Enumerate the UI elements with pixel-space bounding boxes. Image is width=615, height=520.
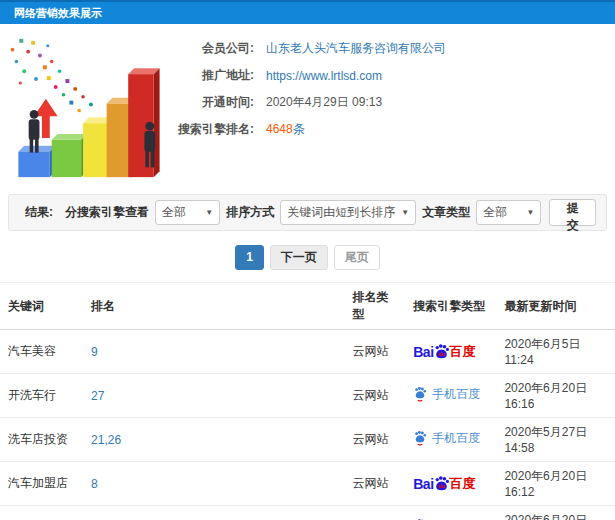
rank-type-cell: 云网站 — [344, 462, 405, 506]
result-label: 结果: — [25, 204, 53, 221]
engine-cell: Bai du 百度 — [405, 462, 496, 506]
filter-bar: 结果: 分搜索引擎查看 全部 ▼ 排序方式 关键词由短到长排序 ▼ 文章类型 全… — [8, 194, 607, 231]
last-page-button[interactable]: 尾页 — [334, 245, 380, 270]
rank-cell[interactable]: 21,26 — [83, 418, 344, 462]
rank-cell[interactable]: 27 — [83, 374, 344, 418]
svg-text:du: du — [438, 351, 445, 357]
growth-chart-illustration — [4, 32, 172, 184]
rank-count-unit: 条 — [293, 122, 305, 136]
engine-cell: 手机百度 — [405, 506, 496, 520]
pagination: 1 下一页 尾页 — [0, 245, 615, 270]
engine-cell: 手机百度 — [405, 418, 496, 462]
table-row: 汽车美容 9 云网站 Bai du 百度 2020年6月5日 11:24 — [0, 330, 615, 374]
info-section: 会员公司: 山东老人头汽车服务咨询有限公司 推广地址: https://www.… — [0, 24, 615, 190]
rank-type-cell: 云网站 — [344, 330, 405, 374]
article-type-select[interactable]: 全部 ▼ — [476, 200, 541, 225]
header-update-time: 最新更新时间 — [496, 283, 615, 330]
info-list: 会员公司: 山东老人头汽车服务咨询有限公司 推广地址: https://www.… — [172, 32, 615, 186]
rank-count-label: 搜索引擎排名: — [172, 121, 254, 138]
header-rank: 排名 — [83, 283, 344, 330]
update-time-cell: 2020年6月20日 16:11 — [496, 506, 615, 520]
rank-type-cell: 云网站 — [344, 374, 405, 418]
update-time-cell: 2020年6月20日 16:12 — [496, 462, 615, 506]
article-type-label: 文章类型 — [422, 204, 470, 221]
results-table: 关键词 排名 排名类型 搜索引擎类型 最新更新时间 汽车美容 9 云网站 Bai… — [0, 282, 615, 520]
sort-filter-label: 排序方式 — [226, 204, 274, 221]
keyword-cell: 汽车美容 — [0, 330, 83, 374]
rank-type-cell: 云网站 — [344, 506, 405, 520]
submit-button[interactable]: 提交 — [549, 199, 596, 226]
baidu-logo: Bai du 百度 — [413, 343, 475, 361]
baidu-logo: Bai du 百度 — [413, 475, 475, 493]
confetti-dots — [11, 39, 93, 112]
engine-cell: Bai du 百度 — [405, 330, 496, 374]
sort-select[interactable]: 关键词由短到长排序 ▼ — [280, 200, 416, 225]
mobile-baidu-logo: 手机百度 — [413, 430, 480, 447]
open-time-value: 2020年4月29日 09:13 — [266, 94, 382, 111]
update-time-cell: 2020年6月5日 11:24 — [496, 330, 615, 374]
next-page-button[interactable]: 下一页 — [270, 245, 328, 270]
open-time-label: 开通时间: — [172, 94, 254, 111]
mobile-baidu-paw-icon — [413, 430, 427, 446]
engine-select[interactable]: 全部 ▼ — [155, 200, 220, 225]
keyword-cell: 加盟洗车店 — [0, 506, 83, 520]
table-row: 洗车店投资 21,26 云网站 手机百度 2020年5月27日 14:58 — [0, 418, 615, 462]
baidu-paw-icon: du — [433, 475, 450, 492]
engine-filter-label: 分搜索引擎查看 — [65, 204, 149, 221]
info-row-open-time: 开通时间: 2020年4月29日 09:13 — [172, 94, 615, 111]
rank-type-cell: 云网站 — [344, 418, 405, 462]
page-title: 网络营销效果展示 — [0, 0, 615, 24]
chevron-down-icon: ▼ — [527, 208, 535, 217]
company-label: 会员公司: — [172, 40, 254, 57]
table-row: 加盟洗车店 25,28,28 云网站 手机百度 2020年6月20日 16:11 — [0, 506, 615, 520]
rank-cell[interactable]: 25,28,28 — [83, 506, 344, 520]
keyword-cell: 洗车店投资 — [0, 418, 83, 462]
baidu-paw-icon: du — [433, 343, 450, 360]
table-row: 开洗车行 27 云网站 手机百度 2020年6月20日 16:16 — [0, 374, 615, 418]
info-row-url: 推广地址: https://www.lrtlsd.com — [172, 67, 615, 84]
chevron-down-icon: ▼ — [205, 208, 213, 217]
rank-cell[interactable]: 9 — [83, 330, 344, 374]
rank-cell[interactable]: 8 — [83, 462, 344, 506]
promo-url-link[interactable]: https://www.lrtlsd.com — [266, 69, 382, 83]
keyword-cell: 汽车加盟店 — [0, 462, 83, 506]
header-keyword: 关键词 — [0, 283, 83, 330]
rank-count-number: 4648 — [266, 122, 293, 136]
promo-url-label: 推广地址: — [172, 67, 254, 84]
svg-text:du: du — [438, 483, 445, 489]
keyword-cell: 开洗车行 — [0, 374, 83, 418]
header-engine-type: 搜索引擎类型 — [405, 283, 496, 330]
page-1-button[interactable]: 1 — [235, 245, 264, 270]
results-table-body: 汽车美容 9 云网站 Bai du 百度 2020年6月5日 11:24 开洗车… — [0, 330, 615, 520]
mobile-baidu-logo: 手机百度 — [413, 386, 480, 403]
company-link[interactable]: 山东老人头汽车服务咨询有限公司 — [266, 40, 446, 57]
header-rank-type: 排名类型 — [344, 283, 405, 330]
info-row-rank-count: 搜索引擎排名: 4648条 — [172, 121, 615, 138]
table-row: 汽车加盟店 8 云网站 Bai du 百度 2020年6月20日 16:12 — [0, 462, 615, 506]
mobile-baidu-paw-icon — [413, 386, 427, 402]
table-header-row: 关键词 排名 排名类型 搜索引擎类型 最新更新时间 — [0, 283, 615, 330]
engine-cell: 手机百度 — [405, 374, 496, 418]
update-time-cell: 2020年5月27日 14:58 — [496, 418, 615, 462]
update-time-cell: 2020年6月20日 16:16 — [496, 374, 615, 418]
chevron-down-icon: ▼ — [401, 208, 409, 217]
info-row-company: 会员公司: 山东老人头汽车服务咨询有限公司 — [172, 40, 615, 57]
bars — [18, 68, 159, 177]
